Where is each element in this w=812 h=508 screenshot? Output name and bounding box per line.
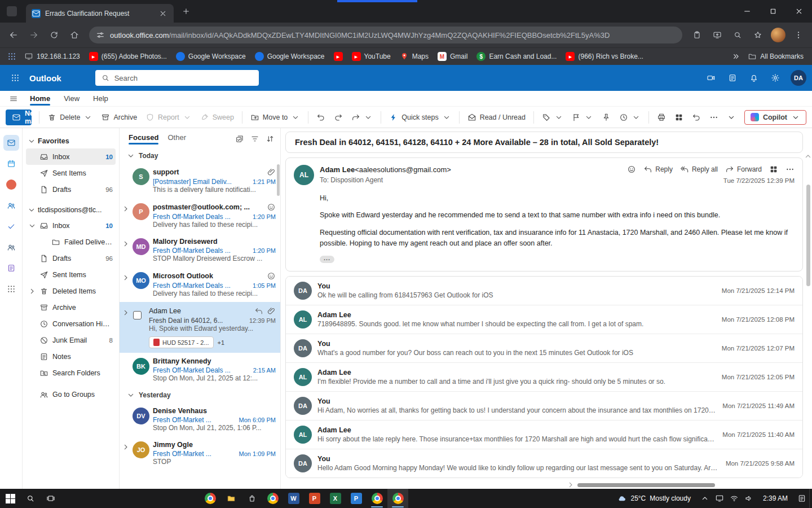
message-checkbox[interactable]	[133, 311, 142, 319]
outlook-search[interactable]	[95, 70, 259, 86]
copilot-button[interactable]: Copilot	[744, 110, 806, 125]
thread-message-row[interactable]: DA You Hi Adam, No worries at all, thank…	[286, 391, 802, 420]
weather-widget[interactable]: 25°C Mostly cloudy	[611, 489, 698, 508]
browser-profile-avatar[interactable]	[771, 28, 785, 42]
folder-drafts[interactable]: Drafts96	[26, 250, 116, 266]
zoom-icon[interactable]	[729, 26, 747, 44]
sweep-button[interactable]: Sweep	[196, 110, 238, 125]
install-app-icon[interactable]	[708, 26, 726, 44]
vertical-scrollbar[interactable]	[805, 152, 811, 481]
rail-todo-icon[interactable]	[3, 218, 19, 234]
bookmark-item[interactable]: (655) Adobe Photos...	[85, 50, 171, 63]
folder-archive[interactable]: Archive	[26, 299, 116, 316]
thread-message-row[interactable]: AL Adam Lee I'm flexible! Provide me a n…	[286, 362, 802, 391]
delete-button[interactable]: Delete	[43, 110, 96, 125]
undo-send-icon[interactable]	[688, 110, 705, 125]
tab-focused[interactable]: Focused	[129, 133, 158, 144]
folder-drafts-favorite[interactable]: Drafts96	[26, 181, 116, 198]
chrome-icon-active[interactable]	[387, 489, 408, 508]
account-header[interactable]: tlcdispositions@tlc...	[26, 203, 116, 217]
group-header-today[interactable]: Today	[120, 147, 280, 163]
rail-people-icon[interactable]	[3, 198, 19, 213]
apps-grid-icon[interactable]	[5, 49, 19, 64]
app-launcher-waffle-icon[interactable]	[6, 68, 25, 87]
bookmark-item[interactable]: YouTube	[348, 50, 395, 63]
folder-notes[interactable]: Notes	[26, 348, 116, 365]
folder-sent-items[interactable]: Sent Items	[26, 266, 116, 283]
horizontal-scrollbar[interactable]	[566, 483, 803, 487]
tray-volume-icon[interactable]	[742, 489, 756, 508]
bookmark-item[interactable]: Google Workspace	[172, 50, 250, 63]
expand-chevron-icon[interactable]	[122, 306, 129, 317]
folder-failed-delivery[interactable]: Failed Delivery E...	[26, 234, 116, 250]
new-mail-button[interactable]: New mail	[6, 110, 32, 125]
quick-steps-button[interactable]: Quick steps	[385, 110, 454, 125]
bookmarks-overflow-icon[interactable]	[729, 50, 743, 63]
bookmark-item-icon-only[interactable]	[330, 50, 347, 63]
group-header-yesterday[interactable]: Yesterday	[120, 387, 280, 402]
expand-chevron-icon[interactable]	[122, 441, 129, 452]
forward-button[interactable]: Forward	[725, 165, 762, 174]
bookmark-item[interactable]: (966) Rich vs Broke...	[562, 50, 647, 63]
start-button[interactable]	[0, 489, 20, 508]
show-desktop-button[interactable]	[809, 489, 812, 508]
hamburger-icon[interactable]	[5, 92, 23, 106]
show-trimmed-content-button[interactable]: ...	[320, 256, 334, 263]
maximize-icon[interactable]	[760, 0, 786, 23]
redo-icon[interactable]	[330, 110, 347, 125]
settings-gear-icon[interactable]	[766, 68, 785, 87]
rail-office-app-icon[interactable]	[3, 177, 19, 192]
bookmark-star-icon[interactable]	[749, 26, 767, 44]
rail-mail-icon[interactable]	[3, 135, 19, 151]
sort-icon[interactable]	[266, 134, 275, 143]
attachment-chip[interactable]: HUD 52517 - 2...	[149, 336, 214, 348]
site-info-icon[interactable]	[96, 30, 105, 40]
read-unread-button[interactable]: Read / Unread	[464, 110, 529, 125]
chrome-icon[interactable]	[262, 489, 283, 508]
chrome-icon[interactable]	[200, 489, 220, 508]
thread-message-row[interactable]: DA You Ok he will be calling from 618415…	[286, 277, 802, 305]
bookmark-item[interactable]: 192.168.1.123	[20, 50, 84, 63]
back-icon[interactable]	[5, 26, 23, 44]
browser-menu-icon[interactable]	[789, 26, 807, 44]
search-input[interactable]	[114, 74, 253, 82]
tab-home[interactable]: Home	[24, 92, 56, 105]
tray-network-icon[interactable]	[727, 489, 742, 508]
notification-center-icon[interactable]	[795, 489, 809, 508]
folder-sent-favorite[interactable]: Sent Items	[26, 165, 116, 181]
tray-display-icon[interactable]	[712, 489, 727, 508]
move-to-button[interactable]: Move to	[246, 110, 304, 125]
horizontal-scroll-thumb[interactable]	[577, 483, 715, 487]
thread-message-row[interactable]: DA You Hello Adam Good Morning happy Mon…	[286, 449, 802, 478]
home-icon[interactable]	[65, 26, 83, 44]
pin-icon[interactable]	[598, 110, 615, 125]
attachment-more-count[interactable]: +1	[218, 339, 225, 346]
thread-message-row[interactable]: AL Adam Lee Hi sorry about the late repl…	[286, 420, 802, 449]
message-row[interactable]: BK Brittany Kennedy Fresh Off-Market Dea…	[120, 353, 280, 387]
rail-onenote-icon[interactable]	[3, 260, 19, 276]
flag-icon[interactable]	[568, 110, 597, 125]
minimize-icon[interactable]	[734, 0, 760, 23]
file-explorer-icon[interactable]	[220, 489, 241, 508]
notifications-bell-icon[interactable]	[744, 68, 764, 87]
message-row[interactable]: DV Denise Venhaus Fresh Off-Market ...Mo…	[120, 402, 280, 436]
rail-contacts-icon[interactable]	[3, 239, 19, 255]
archive-button[interactable]: Archive	[97, 110, 141, 125]
browser-tab[interactable]: Errads Clarification Request	[26, 4, 174, 23]
go-to-groups[interactable]: Go to Groups	[26, 386, 116, 402]
folder-inbox-favorite[interactable]: Inbox10	[26, 148, 116, 165]
expand-chevron-icon[interactable]	[122, 203, 129, 213]
rail-more-apps-icon[interactable]	[3, 281, 19, 297]
immersive-reader-icon[interactable]	[670, 110, 687, 125]
task-view-icon[interactable]	[41, 489, 61, 508]
emoji-reaction-icon[interactable]	[627, 165, 636, 174]
categorize-tag-icon[interactable]	[538, 110, 567, 125]
bookmark-item[interactable]: Earn Cash and Load...	[473, 50, 561, 63]
account-avatar[interactable]: DA	[791, 70, 806, 86]
folder-deleted-items[interactable]: Deleted Items	[26, 283, 116, 299]
publisher-icon[interactable]	[346, 489, 367, 508]
message-row[interactable]: MD Mallory Dreisewerd Fresh Off-Market D…	[120, 233, 280, 267]
message-row-selected[interactable]: Adam Lee Fresh Deal in 64012, 6...12:39 …	[120, 302, 280, 353]
message-apps-icon[interactable]	[769, 165, 778, 174]
folder-search-folders[interactable]: Search Folders	[26, 365, 116, 381]
